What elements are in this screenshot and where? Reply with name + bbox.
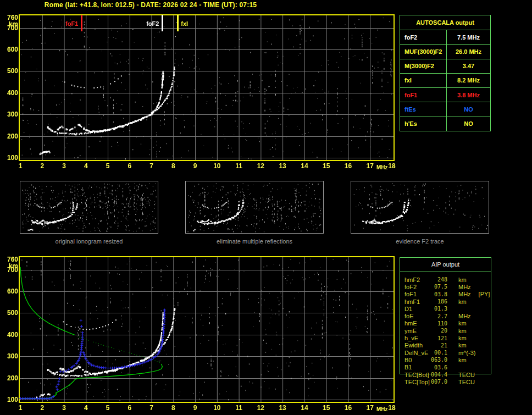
aip-output-table: AIP output hmF2248km foF207.5MHz foF103.… [400, 257, 491, 374]
row-unit: MHz [458, 284, 471, 290]
table-row: B103.6 [400, 364, 491, 371]
row-label: M(3000)F2 [400, 59, 447, 73]
row-value: 110 [430, 320, 447, 327]
row-unit: km [458, 276, 467, 283]
row-value: 3.47 [447, 63, 490, 69]
row-label: TEC[Top] [404, 379, 430, 385]
table-row: DelN_vE00.1m^(-3) [400, 349, 491, 356]
autoscala-app-window: Rome (lat: +41.8, lon: 012.5) - DATE: 20… [0, 0, 532, 415]
row-unit: km [458, 342, 467, 348]
row-label: D1 [404, 306, 430, 312]
row-value: 3.8 MHz [447, 92, 490, 98]
row-label: foF2 [404, 284, 430, 290]
row-note: [PY] [479, 291, 490, 297]
table-row: TEC[Bot]004.4TECU [400, 371, 491, 378]
row-label: foF1 [400, 88, 447, 102]
autoscala-output-table: AUTOSCALA output foF27.5 MHz MUF(3000)F2… [400, 15, 491, 131]
table-row: foE2.7MHz [400, 312, 491, 319]
table-row: ymE20km [400, 327, 491, 334]
fof1-marker-label: foF1 [58, 20, 78, 27]
table-row: h'EsNO [400, 117, 490, 131]
row-label: h_vE [404, 335, 430, 341]
row-label: fxI [400, 74, 447, 87]
row-value: 03.6 [430, 364, 447, 370]
table-row: foF207.5MHz [400, 283, 491, 290]
row-unit: km [458, 320, 467, 327]
row-label: h'Es [400, 117, 447, 131]
row-value: 20 [430, 328, 447, 334]
table-row: B0063.0km [400, 356, 491, 363]
row-label: hmF1 [404, 298, 430, 305]
table-row: D101.3 [400, 305, 491, 312]
thumbnail-caption: evidence F2 trace [351, 238, 489, 245]
row-value: NO [447, 120, 490, 127]
table-row: foF103.8MHz[PY] [400, 291, 491, 298]
table-row: Ewidth21km [400, 342, 491, 349]
row-value: 00.1 [430, 350, 447, 356]
row-label: TEC[Bot] [404, 372, 430, 378]
row-unit: km [458, 357, 467, 363]
thumbnail-eliminate-reflections [185, 181, 324, 234]
thumbnail-original-ionogram [20, 181, 158, 234]
row-label: hmE [404, 320, 430, 327]
fof2-marker-line [162, 15, 163, 31]
row-label: DelN_vE [404, 350, 430, 356]
table-row: fxI8.2 MHz [400, 74, 490, 88]
row-label: foF2 [400, 30, 447, 44]
row-value: 8.2 MHz [447, 77, 490, 84]
row-label: ymE [404, 328, 430, 334]
row-value: 007.0 [430, 379, 447, 385]
table-row: ftEsNO [400, 102, 490, 117]
row-value: 26.0 MHz [447, 48, 490, 55]
row-value: 063.0 [430, 357, 447, 363]
row-label: MUF(3000)F2 [400, 45, 447, 58]
row-unit: MHz [458, 291, 471, 297]
row-value: 121 [430, 335, 447, 341]
row-unit: km [458, 328, 467, 334]
thumbnail-caption: eliminate multiple reflections [185, 238, 324, 245]
row-value: 7.5 MHz [447, 34, 490, 41]
row-value: 01.3 [430, 306, 447, 312]
row-label: B0 [404, 357, 430, 363]
row-unit: TECU [458, 372, 475, 378]
row-value: 21 [430, 342, 447, 348]
row-label: ftEs [400, 102, 447, 116]
row-value: 004.4 [430, 372, 447, 378]
row-value: 186 [430, 298, 447, 305]
page-title: Rome (lat: +41.8, lon: 012.5) - DATE: 20… [0, 1, 301, 9]
autoscala-table-header: AUTOSCALA output [400, 15, 490, 30]
aip-table-header: AIP output [400, 258, 491, 272]
row-value: 2.7 [430, 313, 447, 319]
fof2-marker-label: foF2 [139, 20, 159, 27]
row-value: 248 [430, 276, 447, 283]
row-unit: m^(-3) [458, 350, 475, 356]
row-value: NO [447, 106, 490, 113]
table-row: hmF2248km [400, 276, 491, 283]
row-label: Ewidth [404, 342, 430, 348]
table-row: TEC[Top]007.0TECU [400, 378, 491, 385]
aip-table-body: hmF2248km foF207.5MHz foF103.8MHz[PY] hm… [400, 272, 491, 385]
fxi-marker-line [177, 15, 179, 31]
row-unit: TECU [458, 379, 475, 385]
top-ionogram-canvas [0, 11, 397, 174]
row-unit: MHz [458, 313, 471, 319]
fof1-marker-line [81, 15, 82, 31]
table-row: MUF(3000)F226.0 MHz [400, 45, 490, 59]
row-label: foF1 [404, 291, 430, 297]
row-unit: km [458, 298, 467, 305]
row-value: 07.5 [430, 284, 447, 290]
table-row: hmF1186km [400, 298, 491, 305]
row-label: hmF2 [404, 276, 430, 283]
table-row: foF13.8 MHz [400, 88, 490, 102]
row-label: foE [404, 313, 430, 319]
table-row: h_vE121km [400, 334, 491, 341]
thumbnail-evidence-f2-trace [351, 181, 489, 234]
thumbnail-caption: original ionogram resized [20, 238, 158, 245]
row-label: B1 [404, 364, 430, 370]
table-row: hmE110km [400, 320, 491, 327]
row-value: 03.8 [430, 291, 447, 297]
fxi-marker-label: fxI [181, 20, 188, 27]
bottom-ionogram-canvas [0, 252, 397, 414]
row-unit: km [458, 335, 467, 341]
table-row: M(3000)F23.47 [400, 59, 490, 74]
